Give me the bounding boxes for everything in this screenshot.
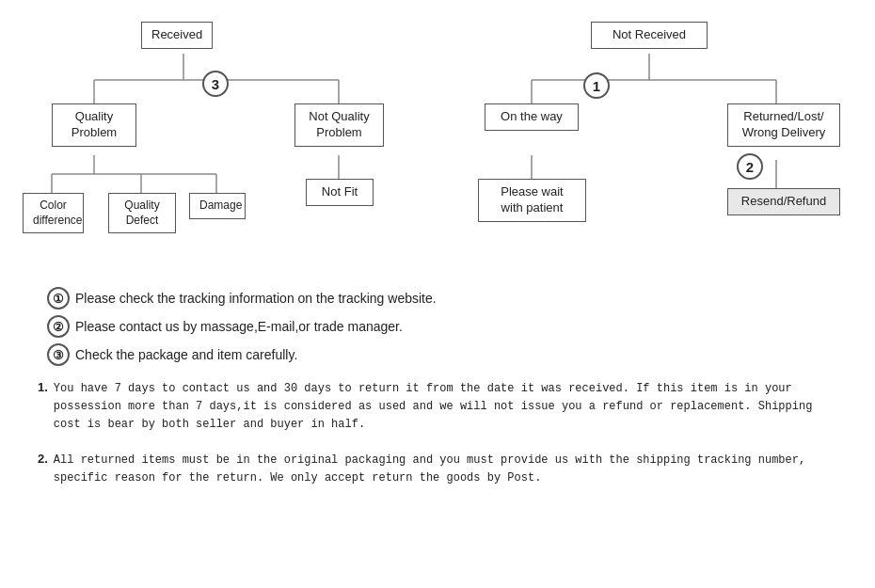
badge-2: 2 [737,153,763,180]
legend-item-3: ③ Check the package and item carefully. [47,343,856,366]
resend-refund-box: Resend/Refund [727,188,840,215]
note-item-2: 2. All returned items must be in the ori… [38,452,837,487]
legend-circle-2: ② [47,315,70,338]
not-fit-box: Not Fit [306,179,374,206]
left-flowchart: Received 3 QualityProblem Not QualityPro… [19,14,438,268]
note-item-1: 1. You have 7 days to contact us and 30 … [38,380,837,435]
not-quality-problem-box: Not QualityProblem [294,103,384,147]
legend-text-1: Please check the tracking information on… [75,291,437,306]
flowchart: Received 3 QualityProblem Not QualityPro… [19,14,856,268]
legend: ① Please check the tracking information … [47,287,856,366]
legend-circle-3: ③ [47,343,70,366]
legend-item-2: ② Please contact us by massage,E-mail,or… [47,315,856,338]
not-received-box: Not Received [591,22,708,49]
main-container: Received 3 QualityProblem Not QualityPro… [0,0,875,518]
badge-3: 3 [202,71,229,97]
legend-circle-1: ① [47,287,70,310]
quality-problem-box: QualityProblem [52,103,136,147]
damage-box: Damage [189,193,246,219]
badge-1: 1 [583,72,610,99]
quality-defect-box: QualityDefect [108,193,176,233]
legend-text-3: Check the package and item carefully. [75,347,297,362]
received-box: Received [141,22,213,49]
numbered-list: 1. You have 7 days to contact us and 30 … [38,380,837,487]
right-flowchart: Not Received 1 2 On the way Returned/Lo [438,14,856,268]
returned-lost-box: Returned/Lost/Wrong Delivery [727,103,840,147]
on-the-way-box: On the way [485,103,579,131]
color-difference-box: Colordifference [23,193,84,233]
legend-item-1: ① Please check the tracking information … [47,287,856,310]
legend-text-2: Please contact us by massage,E-mail,or t… [75,319,403,334]
please-wait-box: Please waitwith patient [478,179,586,222]
